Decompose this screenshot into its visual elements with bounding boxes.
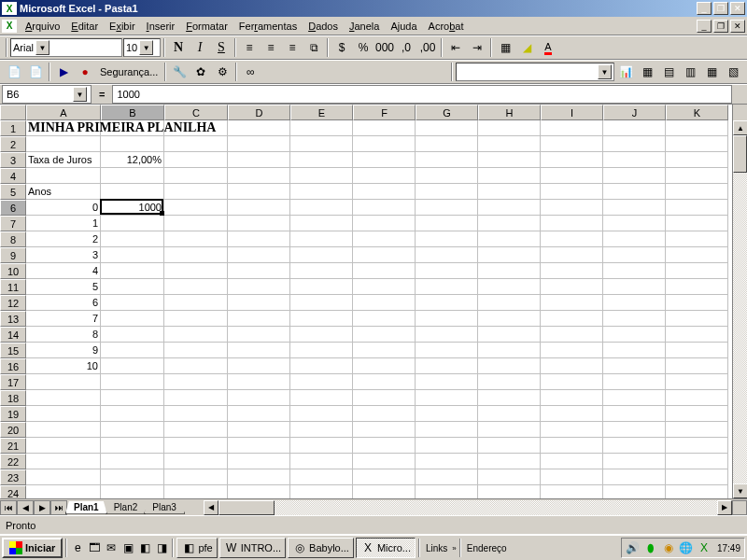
doc-restore-button[interactable]: ❐	[713, 20, 728, 33]
cell-J17[interactable]	[603, 374, 666, 390]
cell-F17[interactable]	[353, 374, 416, 390]
name-box-dropdown-icon[interactable]: ▼	[73, 87, 87, 102]
row-header-20[interactable]: 20	[0, 422, 26, 438]
row-header-21[interactable]: 21	[0, 438, 26, 454]
cell-G15[interactable]	[416, 343, 478, 358]
cell-E4[interactable]	[290, 168, 353, 184]
cell-H18[interactable]	[478, 390, 541, 406]
cell-D18[interactable]	[228, 390, 290, 406]
col-header-H[interactable]: H	[478, 105, 541, 120]
cell-H1[interactable]	[478, 120, 541, 136]
col-header-K[interactable]: K	[666, 105, 728, 120]
menu-editar[interactable]: Editar	[65, 19, 104, 34]
cell-A4[interactable]	[26, 168, 101, 184]
cell-C12[interactable]	[164, 295, 228, 311]
cell-K17[interactable]	[666, 374, 728, 390]
cell-H9[interactable]	[478, 247, 541, 263]
cell-H13[interactable]	[478, 311, 541, 327]
chart-button-4[interactable]: ▥	[680, 62, 700, 82]
cell-E20[interactable]	[290, 422, 353, 438]
tool-button-4[interactable]: ∞	[240, 62, 261, 82]
cell-F23[interactable]	[353, 469, 416, 485]
chart-type-combo[interactable]: ▼	[456, 63, 614, 81]
cell-G16[interactable]	[416, 358, 478, 374]
scroll-right-button[interactable]: ▶	[717, 500, 732, 515]
tray-excel-icon[interactable]: X	[697, 540, 712, 555]
cell-E23[interactable]	[290, 469, 353, 485]
cell-C19[interactable]	[164, 406, 228, 422]
cell-A7[interactable]: 1	[26, 216, 101, 231]
cell-H2[interactable]	[478, 136, 541, 152]
cell-F1[interactable]	[353, 120, 416, 136]
cell-B2[interactable]	[101, 136, 164, 152]
cell-F13[interactable]	[353, 311, 416, 327]
quicklaunch-icon-6[interactable]: ◨	[154, 540, 169, 555]
cell-C7[interactable]	[164, 216, 228, 231]
cell-H15[interactable]	[478, 343, 541, 358]
task-button-0[interactable]: ◧pfe	[176, 538, 217, 558]
cell-F18[interactable]	[353, 390, 416, 406]
cell-C8[interactable]	[164, 231, 228, 247]
quicklaunch-icon-4[interactable]: ▣	[120, 540, 135, 555]
merge-center-button[interactable]: ⧉	[303, 37, 324, 58]
cell-I24[interactable]	[541, 485, 603, 498]
cell-F14[interactable]	[353, 327, 416, 343]
cell-J21[interactable]	[603, 438, 666, 454]
row-header-8[interactable]: 8	[0, 231, 26, 247]
cell-A9[interactable]: 3	[26, 247, 101, 263]
cell-E1[interactable]	[290, 120, 353, 136]
cell-H8[interactable]	[478, 231, 541, 247]
cell-K3[interactable]	[666, 152, 728, 168]
cell-B11[interactable]	[101, 279, 164, 295]
currency-button[interactable]: $	[331, 37, 352, 58]
cell-A11[interactable]: 5	[26, 279, 101, 295]
cell-E15[interactable]	[290, 343, 353, 358]
row-header-18[interactable]: 18	[0, 390, 26, 406]
cell-C14[interactable]	[164, 327, 228, 343]
col-header-C[interactable]: C	[164, 105, 228, 120]
cell-A6[interactable]: 0	[26, 200, 101, 216]
cell-E9[interactable]	[290, 247, 353, 263]
cell-K21[interactable]	[666, 438, 728, 454]
cell-H19[interactable]	[478, 406, 541, 422]
cell-I20[interactable]	[541, 422, 603, 438]
menu-exibir[interactable]: Exibir	[104, 19, 141, 34]
cell-K22[interactable]	[666, 454, 728, 469]
tab-nav-prev[interactable]: ◀	[17, 500, 34, 515]
menu-janela[interactable]: Janela	[344, 19, 385, 34]
cell-I10[interactable]	[541, 263, 603, 279]
chart-button-1[interactable]: 📊	[615, 62, 636, 82]
cell-B21[interactable]	[101, 438, 164, 454]
cell-H17[interactable]	[478, 374, 541, 390]
cell-A1[interactable]: MINHA PRIMEIRA PLANILHA	[26, 120, 101, 136]
col-header-B[interactable]: B	[101, 105, 164, 120]
decrease-indent-button[interactable]: ⇤	[445, 37, 466, 58]
col-header-E[interactable]: E	[290, 105, 353, 120]
tray-icon-4[interactable]: 🌐	[679, 540, 694, 555]
cell-A18[interactable]	[26, 390, 101, 406]
cell-G10[interactable]	[416, 263, 478, 279]
cell-D15[interactable]	[228, 343, 290, 358]
cell-C15[interactable]	[164, 343, 228, 358]
links-chevron-icon[interactable]: »	[452, 544, 456, 553]
tab-nav-last[interactable]: ⏭	[50, 500, 67, 515]
row-header-3[interactable]: 3	[0, 152, 26, 168]
cell-J3[interactable]	[603, 152, 666, 168]
cell-B6[interactable]: 1000	[101, 200, 164, 216]
cell-E3[interactable]	[290, 152, 353, 168]
cell-D4[interactable]	[228, 168, 290, 184]
percent-button[interactable]: %	[353, 37, 374, 58]
cell-J5[interactable]	[603, 184, 666, 200]
cell-E2[interactable]	[290, 136, 353, 152]
start-button[interactable]: Iniciar	[2, 538, 63, 558]
cell-F19[interactable]	[353, 406, 416, 422]
cell-D11[interactable]	[228, 279, 290, 295]
scroll-down-button[interactable]: ▼	[733, 483, 747, 498]
font-color-button[interactable]: A	[538, 37, 558, 58]
doc-close-button[interactable]: ✕	[730, 20, 745, 33]
row-header-14[interactable]: 14	[0, 327, 26, 343]
cell-C10[interactable]	[164, 263, 228, 279]
cell-C4[interactable]	[164, 168, 228, 184]
cell-C2[interactable]	[164, 136, 228, 152]
cell-E13[interactable]	[290, 311, 353, 327]
